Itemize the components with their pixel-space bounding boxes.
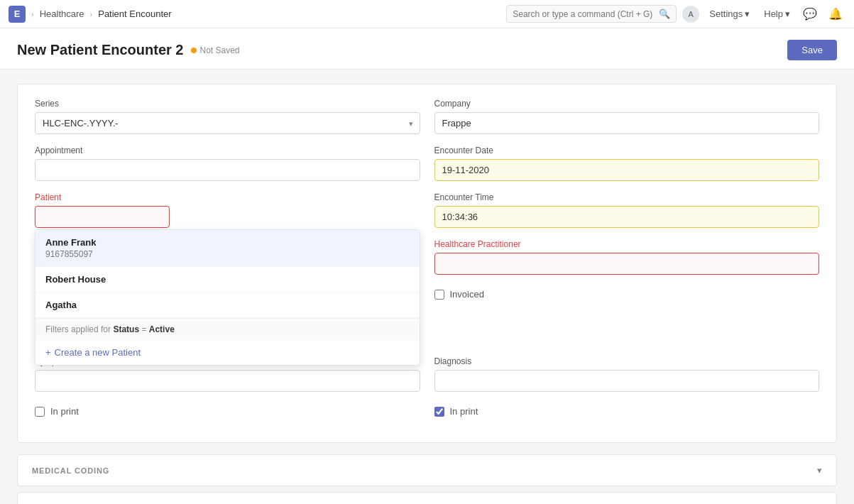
chat-icon-button[interactable]: 💬 (800, 4, 820, 23)
breadcrumb-chevron-2: › (90, 10, 93, 18)
form-row-appointment-date: Appointment Encounter Date (35, 146, 819, 181)
not-saved-dot (191, 48, 197, 53)
encounter-time-input[interactable] (434, 206, 820, 228)
list-item[interactable]: Anne Frank 9167855097 (35, 230, 420, 267)
series-select[interactable]: HLC-ENC-.YYYY.- (35, 112, 420, 134)
encounter-date-input[interactable] (434, 159, 820, 181)
page-title-area: New Patient Encounter 2 Not Saved (17, 42, 240, 58)
form-row-patient-time: Patient Anne Frank 9167855097 Robert Hou… (35, 192, 819, 228)
invoiced-checkbox-group: Invoiced (434, 289, 820, 300)
in-print-left-checkbox[interactable] (35, 407, 45, 417)
practitioner-label: Healthcare Practitioner (434, 239, 820, 249)
appointment-label: Appointment (35, 146, 420, 155)
create-new-patient-button[interactable]: + Create a new Patient (35, 340, 420, 365)
patient-sub-anne: 9167855097 (45, 249, 410, 259)
avatar: A (682, 6, 699, 23)
series-label: Series (35, 99, 420, 109)
breadcrumb-patient-encounter[interactable]: Patient Encounter (98, 9, 171, 19)
medical-coding-chevron-icon: ▾ (817, 465, 822, 476)
help-chevron-icon: ▾ (785, 9, 790, 19)
form-group-diagnosis: Diagnosis (434, 356, 820, 392)
search-icon: 🔍 (659, 9, 670, 19)
search-bar[interactable]: 🔍 (506, 5, 677, 23)
form-group-encounter-date: Encounter Date (434, 146, 820, 181)
company-input[interactable] (434, 112, 820, 134)
topnav: E › Healthcare › Patient Encounter 🔍 A S… (0, 0, 854, 28)
settings-chevron-icon: ▾ (745, 9, 750, 19)
save-button[interactable]: Save (787, 40, 837, 60)
form-group-appointment: Appointment (35, 146, 420, 181)
help-button[interactable]: Help ▾ (760, 6, 794, 22)
form-group-practitioner: Healthcare Practitioner (434, 239, 820, 275)
patient-name-anne: Anne Frank (45, 237, 410, 248)
form-group-encounter-time: Encounter Time (434, 192, 820, 228)
appointment-input[interactable] (35, 159, 420, 181)
form-group-in-print-left: In print (35, 403, 420, 417)
company-label: Company (434, 99, 820, 109)
patient-input[interactable] (35, 206, 170, 228)
diagnosis-input[interactable] (434, 370, 820, 392)
breadcrumb-healthcare[interactable]: Healthcare (40, 9, 84, 19)
invoiced-label: Invoiced (450, 289, 484, 300)
settings-button[interactable]: Settings ▾ (705, 6, 754, 22)
list-item[interactable]: Robert House (35, 267, 420, 292)
medical-coding-section[interactable]: MEDICAL CODING ▾ (17, 454, 837, 486)
breadcrumb-chevron-1: › (31, 10, 34, 18)
encounter-date-label: Encounter Date (434, 146, 820, 155)
not-saved-badge: Not Saved (191, 45, 240, 55)
invoiced-checkbox[interactable] (434, 290, 444, 300)
app-logo: E (9, 6, 26, 23)
form-group-patient: Patient Anne Frank 9167855097 Robert Hou… (35, 192, 420, 228)
form-group-series: Series HLC-ENC-.YYYY.- ▾ (35, 99, 420, 134)
patient-label: Patient (35, 192, 420, 202)
practitioner-input[interactable] (434, 253, 820, 275)
patient-name-agatha: Agatha (45, 300, 410, 310)
list-item[interactable]: Agatha (35, 292, 420, 318)
medications-section[interactable]: MEDICATIONS (17, 492, 837, 504)
filter-note: Filters applied for Status = Active (35, 318, 420, 340)
search-input[interactable] (513, 9, 655, 19)
in-print-left-group: In print (35, 406, 420, 417)
notification-icon-button[interactable]: 🔔 (826, 4, 845, 23)
series-select-wrapper: HLC-ENC-.YYYY.- ▾ (35, 112, 420, 134)
patient-field-wrapper: Anne Frank 9167855097 Robert House Agath… (35, 206, 420, 228)
in-print-right-label: In print (450, 406, 478, 417)
in-print-right-group: In print (434, 406, 820, 417)
in-print-right-checkbox[interactable] (434, 407, 444, 417)
form-group-company: Company (434, 99, 820, 134)
page-title: New Patient Encounter 2 (17, 42, 184, 58)
form-section-main: Series HLC-ENC-.YYYY.- ▾ Company Appoint… (17, 84, 837, 443)
encounter-time-label: Encounter Time (434, 192, 820, 202)
diagnosis-label: Diagnosis (434, 356, 820, 366)
patient-dropdown: Anne Frank 9167855097 Robert House Agath… (35, 229, 420, 366)
patient-name-robert: Robert House (45, 274, 410, 285)
main-content: Series HLC-ENC-.YYYY.- ▾ Company Appoint… (0, 70, 854, 504)
page-header: New Patient Encounter 2 Not Saved Save (0, 28, 854, 70)
medical-coding-title: MEDICAL CODING (32, 466, 109, 475)
form-row-series-company: Series HLC-ENC-.YYYY.- ▾ Company (35, 99, 819, 134)
in-print-left-label: In print (50, 406, 79, 417)
form-group-in-print-right: In print (434, 403, 820, 417)
symptoms-input[interactable] (35, 370, 420, 392)
form-group-invoiced: Invoiced (434, 286, 820, 300)
plus-icon: + (45, 347, 51, 358)
form-row-in-print: In print In print (35, 403, 819, 417)
